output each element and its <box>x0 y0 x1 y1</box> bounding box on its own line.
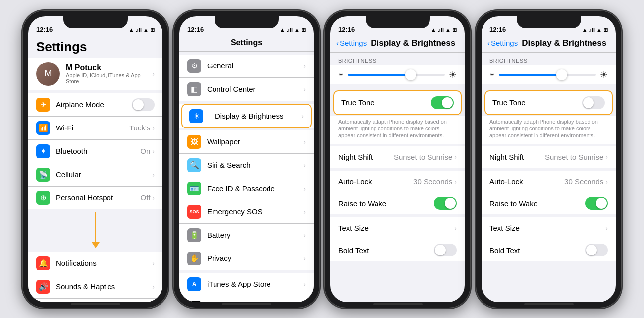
bold-text-row-3[interactable]: Bold Text <box>330 239 465 261</box>
siri-row[interactable]: 🔍 Siri & Search › <box>179 154 314 177</box>
true-tone-row-3[interactable]: True Tone <box>334 91 461 114</box>
screen-1: 12:16 ▲ .ıll ▲ ⊞ Settings M M Potuck App… <box>28 16 162 302</box>
itunes-row[interactable]: A iTunes & App Store › <box>179 273 314 296</box>
brightness-fill-3 <box>348 74 411 76</box>
brightness-track-4[interactable] <box>499 74 596 76</box>
sun-small-icon-3: ☀ <box>338 71 344 78</box>
brightness-section-header-4: BRIGHTNESS <box>482 53 616 65</box>
auto-lock-row-4[interactable]: Auto-Lock 30 Seconds › <box>482 171 616 192</box>
phone-1: 12:16 ▲ .ıll ▲ ⊞ Settings M M Potuck App… <box>22 10 168 308</box>
phone-3: 12:16 ▲ .ıll ▲ ⊞ ‹ Settings Display & Br… <box>324 10 471 308</box>
auto-lock-label-3: Auto-Lock <box>338 177 413 186</box>
true-tone-toggle-3[interactable] <box>431 96 454 109</box>
bluetooth-chevron: › <box>152 147 155 155</box>
profile-subtitle: Apple ID, iCloud, iTunes & App Store <box>66 72 152 84</box>
cellular-row[interactable]: 📡 Cellular › <box>28 163 162 187</box>
screen-3: 12:16 ▲ .ıll ▲ ⊞ ‹ Settings Display & Br… <box>330 16 465 302</box>
privacy-label: Privacy <box>207 254 303 262</box>
brightness-row-3[interactable]: ☀ ☀ <box>330 65 465 84</box>
brightness-row-4[interactable]: ☀ ☀ <box>482 65 616 84</box>
control-center-chevron: › <box>303 85 306 93</box>
brightness-track-3[interactable] <box>348 74 445 76</box>
avatar: M <box>36 62 60 86</box>
battery-chevron: › <box>303 231 306 239</box>
back-label-4: Settings <box>491 39 518 47</box>
bluetooth-row[interactable]: ✦ Bluetooth On › <box>28 140 162 163</box>
bold-text-toggle-4[interactable] <box>585 244 608 256</box>
dnd-row[interactable]: 🌙 Do Not Disturb › <box>28 299 162 302</box>
privacy-row[interactable]: ✋ Privacy › <box>179 247 314 270</box>
raise-to-wake-toggle-3[interactable] <box>434 197 457 210</box>
bold-text-row-4[interactable]: Bold Text <box>482 239 616 261</box>
profile-row[interactable]: M M Potuck Apple ID, iCloud, iTunes & Ap… <box>28 58 162 90</box>
airplane-row[interactable]: ✈ Airplane Mode <box>28 93 162 117</box>
hotspot-value: Off <box>141 193 151 202</box>
hotspot-row[interactable]: ⊕ Personal Hotspot Off › <box>28 187 162 209</box>
general-menu-row[interactable]: ⚙ General › <box>179 55 314 78</box>
true-tone-section-3: True Tone Automatically adapt iPhone dis… <box>330 87 465 144</box>
battery-row[interactable]: 🔋 Battery › <box>179 224 314 247</box>
home-indicator-2 <box>222 303 271 305</box>
siri-label: Siri & Search <box>207 161 303 169</box>
display-rows-group-4: Night Shift Sunset to Sunrise › <box>482 146 616 168</box>
profile-group[interactable]: M M Potuck Apple ID, iCloud, iTunes & Ap… <box>28 58 162 90</box>
night-shift-row-4[interactable]: Night Shift Sunset to Sunrise › <box>482 146 616 168</box>
sun-small-icon-4: ☀ <box>489 71 495 78</box>
settings-title: Settings <box>28 35 162 58</box>
raise-to-wake-row-3[interactable]: Raise to Wake <box>330 192 465 214</box>
notch-4 <box>517 16 581 28</box>
auto-lock-row-3[interactable]: Auto-Lock 30 Seconds › <box>330 171 465 192</box>
back-label-3: Settings <box>340 39 367 47</box>
sun-large-icon-4: ☀ <box>600 69 608 80</box>
phone-2: 12:16 ▲ .ıll ▲ ⊞ Settings ⚙ General › ◧ … <box>173 10 320 308</box>
raise-to-wake-row-4[interactable]: Raise to Wake <box>482 192 616 214</box>
display-highlighted-row[interactable]: ☀ Display & Brightness › <box>181 104 312 128</box>
display-highlighted-container[interactable]: ☀ Display & Brightness › <box>179 104 314 128</box>
notifications-row[interactable]: 🔔 Notifications › <box>28 252 162 275</box>
notifications-group: 🔔 Notifications › 🔊 Sounds & Haptics › 🌙… <box>28 252 162 302</box>
night-shift-row-3[interactable]: Night Shift Sunset to Sunrise › <box>330 146 465 168</box>
true-tone-desc-4: Automatically adapt iPhone display based… <box>482 116 616 144</box>
menu-group2: 🖼 Wallpaper › 🔍 Siri & Search › 🪪 Face I… <box>179 130 314 270</box>
text-size-chevron-3: › <box>454 224 457 232</box>
wallpaper-row[interactable]: 🖼 Wallpaper › <box>179 130 314 154</box>
back-button-4[interactable]: ‹ Settings <box>487 39 518 47</box>
raise-to-wake-toggle-4[interactable] <box>585 197 608 210</box>
text-size-row-3[interactable]: Text Size › <box>330 217 465 239</box>
brightness-thumb-3[interactable] <box>405 69 416 80</box>
back-chevron-3: ‹ <box>336 39 339 47</box>
menu-group1: ⚙ General › ◧ Control Center › <box>179 55 314 101</box>
text-group-3: Text Size › Bold Text <box>330 217 465 261</box>
display-brightness-title-4: Display & Brightness <box>522 38 606 48</box>
sounds-row[interactable]: 🔊 Sounds & Haptics › <box>28 275 162 299</box>
text-size-label-3: Text Size <box>338 224 454 232</box>
face-id-row[interactable]: 🪪 Face ID & Passcode › <box>179 177 314 200</box>
text-size-row-4[interactable]: Text Size › <box>482 217 616 239</box>
notifications-icon: 🔔 <box>36 256 50 270</box>
sun-large-icon-3: ☀ <box>449 69 457 80</box>
true-tone-toggle-4[interactable] <box>582 96 605 109</box>
true-tone-highlighted-3[interactable]: True Tone <box>333 90 462 115</box>
airplane-toggle[interactable] <box>132 98 155 111</box>
privacy-icon: ✋ <box>187 252 201 265</box>
control-center-row[interactable]: ◧ Control Center › <box>179 78 314 101</box>
wifi-icon: 📶 <box>36 121 50 135</box>
emergency-sos-row[interactable]: SOS Emergency SOS › <box>179 200 314 224</box>
wifi-row[interactable]: 📶 Wi-Fi Tuck's › <box>28 117 162 140</box>
notch-3 <box>366 16 430 28</box>
true-tone-highlighted-4[interactable]: True Tone <box>484 90 613 115</box>
profile-text: M Potuck Apple ID, iCloud, iTunes & App … <box>66 64 152 84</box>
emergency-sos-label: Emergency SOS <box>207 207 303 216</box>
back-button-3[interactable]: ‹ Settings <box>336 39 367 47</box>
notch-1 <box>63 16 128 28</box>
brightness-thumb-4[interactable] <box>556 69 567 80</box>
auto-lock-label-4: Auto-Lock <box>489 177 564 186</box>
phones-container: 12:16 ▲ .ıll ▲ ⊞ Settings M M Potuck App… <box>12 5 632 313</box>
bluetooth-value: On <box>140 147 150 155</box>
true-tone-row-4[interactable]: True Tone <box>485 91 612 114</box>
wallet-row[interactable]: 👜 Wallet & Apple Pay › <box>179 296 314 302</box>
hotspot-label: Personal Hotspot <box>56 193 141 202</box>
bold-text-toggle-3[interactable] <box>434 244 457 256</box>
wifi-chevron: › <box>152 124 155 132</box>
hotspot-chevron: › <box>152 194 155 202</box>
